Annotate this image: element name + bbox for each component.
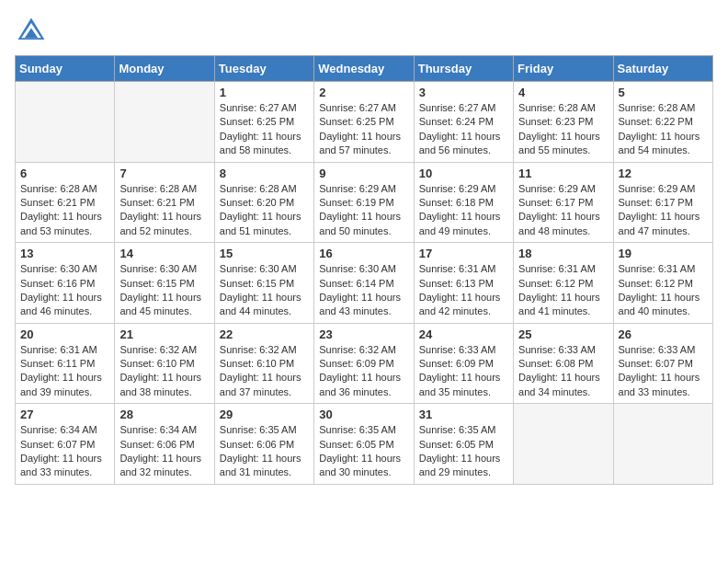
weekday-row: SundayMondayTuesdayWednesdayThursdayFrid… <box>16 56 713 82</box>
calendar-cell: 12Sunrise: 6:29 AMSunset: 6:17 PMDayligh… <box>613 162 712 243</box>
calendar-cell <box>16 82 115 163</box>
calendar-cell: 11Sunrise: 6:29 AMSunset: 6:17 PMDayligh… <box>514 162 613 243</box>
day-number: 10 <box>419 167 508 180</box>
day-number: 23 <box>319 327 408 341</box>
day-info: Sunrise: 6:35 AMSunset: 6:06 PMDaylight:… <box>220 423 309 480</box>
day-info: Sunrise: 6:33 AMSunset: 6:07 PMDaylight:… <box>619 343 708 400</box>
day-info: Sunrise: 6:31 AMSunset: 6:11 PMDaylight:… <box>20 343 109 400</box>
day-number: 3 <box>419 86 508 99</box>
weekday-header-tuesday: Tuesday <box>214 56 313 82</box>
calendar-cell: 29Sunrise: 6:35 AMSunset: 6:06 PMDayligh… <box>214 404 313 485</box>
calendar-cell: 9Sunrise: 6:29 AMSunset: 6:19 PMDaylight… <box>314 162 414 243</box>
calendar-cell <box>613 404 712 485</box>
calendar-cell: 23Sunrise: 6:32 AMSunset: 6:09 PMDayligh… <box>314 323 414 404</box>
day-info: Sunrise: 6:27 AMSunset: 6:24 PMDaylight:… <box>419 101 508 158</box>
calendar-cell: 3Sunrise: 6:27 AMSunset: 6:24 PMDaylight… <box>414 82 513 163</box>
day-info: Sunrise: 6:33 AMSunset: 6:08 PMDaylight:… <box>518 343 608 400</box>
day-number: 15 <box>220 247 309 260</box>
day-info: Sunrise: 6:32 AMSunset: 6:10 PMDaylight:… <box>119 343 209 400</box>
day-number: 1 <box>220 86 309 99</box>
calendar-cell: 14Sunrise: 6:30 AMSunset: 6:15 PMDayligh… <box>115 243 214 324</box>
day-info: Sunrise: 6:34 AMSunset: 6:06 PMDaylight:… <box>119 423 209 480</box>
day-info: Sunrise: 6:28 AMSunset: 6:20 PMDaylight:… <box>220 182 309 239</box>
day-info: Sunrise: 6:30 AMSunset: 6:15 PMDaylight:… <box>119 262 209 319</box>
day-info: Sunrise: 6:34 AMSunset: 6:07 PMDaylight:… <box>20 423 109 480</box>
calendar-week-row: 27Sunrise: 6:34 AMSunset: 6:07 PMDayligh… <box>16 404 713 485</box>
calendar-cell: 6Sunrise: 6:28 AMSunset: 6:21 PMDaylight… <box>16 162 115 243</box>
calendar-cell: 8Sunrise: 6:28 AMSunset: 6:20 PMDaylight… <box>214 162 313 243</box>
day-number: 13 <box>20 247 109 260</box>
day-number: 28 <box>119 408 209 421</box>
calendar-cell: 25Sunrise: 6:33 AMSunset: 6:08 PMDayligh… <box>514 323 613 404</box>
day-info: Sunrise: 6:32 AMSunset: 6:10 PMDaylight:… <box>220 343 309 400</box>
day-number: 12 <box>619 167 708 180</box>
day-info: Sunrise: 6:29 AMSunset: 6:18 PMDaylight:… <box>419 182 508 239</box>
day-number: 2 <box>319 86 408 99</box>
calendar-table: SundayMondayTuesdayWednesdayThursdayFrid… <box>15 55 713 485</box>
day-number: 22 <box>220 327 309 341</box>
calendar-cell: 24Sunrise: 6:33 AMSunset: 6:09 PMDayligh… <box>414 323 513 404</box>
day-number: 30 <box>319 408 408 421</box>
calendar-cell: 13Sunrise: 6:30 AMSunset: 6:16 PMDayligh… <box>16 243 115 324</box>
weekday-header-monday: Monday <box>115 56 214 82</box>
calendar-cell: 15Sunrise: 6:30 AMSunset: 6:15 PMDayligh… <box>214 243 313 324</box>
calendar-cell: 26Sunrise: 6:33 AMSunset: 6:07 PMDayligh… <box>613 323 712 404</box>
page-header <box>15 15 713 48</box>
calendar-cell: 16Sunrise: 6:30 AMSunset: 6:14 PMDayligh… <box>314 243 414 324</box>
day-number: 25 <box>518 327 608 341</box>
day-number: 24 <box>419 327 508 341</box>
day-info: Sunrise: 6:28 AMSunset: 6:23 PMDaylight:… <box>518 101 608 158</box>
day-number: 16 <box>319 247 408 260</box>
weekday-header-saturday: Saturday <box>613 56 712 82</box>
calendar-header: SundayMondayTuesdayWednesdayThursdayFrid… <box>16 56 713 82</box>
calendar-week-row: 1Sunrise: 6:27 AMSunset: 6:25 PMDaylight… <box>16 82 713 163</box>
weekday-header-wednesday: Wednesday <box>314 56 414 82</box>
calendar-week-row: 6Sunrise: 6:28 AMSunset: 6:21 PMDaylight… <box>16 162 713 243</box>
logo-icon <box>15 15 48 48</box>
day-info: Sunrise: 6:35 AMSunset: 6:05 PMDaylight:… <box>319 423 408 480</box>
day-info: Sunrise: 6:29 AMSunset: 6:19 PMDaylight:… <box>319 182 408 239</box>
calendar-cell: 7Sunrise: 6:28 AMSunset: 6:21 PMDaylight… <box>115 162 214 243</box>
day-number: 18 <box>518 247 608 260</box>
day-info: Sunrise: 6:32 AMSunset: 6:09 PMDaylight:… <box>319 343 408 400</box>
day-info: Sunrise: 6:28 AMSunset: 6:21 PMDaylight:… <box>20 182 109 239</box>
calendar-cell: 30Sunrise: 6:35 AMSunset: 6:05 PMDayligh… <box>314 404 414 485</box>
day-number: 26 <box>619 327 708 341</box>
day-number: 7 <box>119 167 209 180</box>
day-number: 4 <box>518 86 608 99</box>
calendar-cell: 5Sunrise: 6:28 AMSunset: 6:22 PMDaylight… <box>613 82 712 163</box>
calendar-cell: 20Sunrise: 6:31 AMSunset: 6:11 PMDayligh… <box>16 323 115 404</box>
calendar-week-row: 20Sunrise: 6:31 AMSunset: 6:11 PMDayligh… <box>16 323 713 404</box>
calendar-cell: 27Sunrise: 6:34 AMSunset: 6:07 PMDayligh… <box>16 404 115 485</box>
calendar-cell <box>115 82 214 163</box>
calendar-cell: 31Sunrise: 6:35 AMSunset: 6:05 PMDayligh… <box>414 404 513 485</box>
day-info: Sunrise: 6:30 AMSunset: 6:14 PMDaylight:… <box>319 262 408 319</box>
calendar-cell: 21Sunrise: 6:32 AMSunset: 6:10 PMDayligh… <box>115 323 214 404</box>
day-number: 31 <box>419 408 508 421</box>
day-info: Sunrise: 6:30 AMSunset: 6:16 PMDaylight:… <box>20 262 109 319</box>
day-number: 29 <box>220 408 309 421</box>
day-info: Sunrise: 6:27 AMSunset: 6:25 PMDaylight:… <box>319 101 408 158</box>
day-number: 19 <box>619 247 708 260</box>
day-number: 9 <box>319 167 408 180</box>
day-number: 14 <box>119 247 209 260</box>
logo <box>15 15 51 48</box>
calendar-cell: 10Sunrise: 6:29 AMSunset: 6:18 PMDayligh… <box>414 162 513 243</box>
day-number: 6 <box>20 167 109 180</box>
day-info: Sunrise: 6:29 AMSunset: 6:17 PMDaylight:… <box>518 182 608 239</box>
calendar-cell: 19Sunrise: 6:31 AMSunset: 6:12 PMDayligh… <box>613 243 712 324</box>
calendar-cell: 18Sunrise: 6:31 AMSunset: 6:12 PMDayligh… <box>514 243 613 324</box>
calendar-cell: 1Sunrise: 6:27 AMSunset: 6:25 PMDaylight… <box>214 82 313 163</box>
day-info: Sunrise: 6:28 AMSunset: 6:22 PMDaylight:… <box>619 101 708 158</box>
calendar-cell: 17Sunrise: 6:31 AMSunset: 6:13 PMDayligh… <box>414 243 513 324</box>
day-info: Sunrise: 6:27 AMSunset: 6:25 PMDaylight:… <box>220 101 309 158</box>
day-info: Sunrise: 6:31 AMSunset: 6:12 PMDaylight:… <box>518 262 608 319</box>
calendar-cell <box>514 404 613 485</box>
calendar-cell: 22Sunrise: 6:32 AMSunset: 6:10 PMDayligh… <box>214 323 313 404</box>
day-number: 21 <box>119 327 209 341</box>
day-info: Sunrise: 6:30 AMSunset: 6:15 PMDaylight:… <box>220 262 309 319</box>
day-info: Sunrise: 6:33 AMSunset: 6:09 PMDaylight:… <box>419 343 508 400</box>
weekday-header-sunday: Sunday <box>16 56 115 82</box>
calendar-cell: 2Sunrise: 6:27 AMSunset: 6:25 PMDaylight… <box>314 82 414 163</box>
day-info: Sunrise: 6:28 AMSunset: 6:21 PMDaylight:… <box>119 182 209 239</box>
